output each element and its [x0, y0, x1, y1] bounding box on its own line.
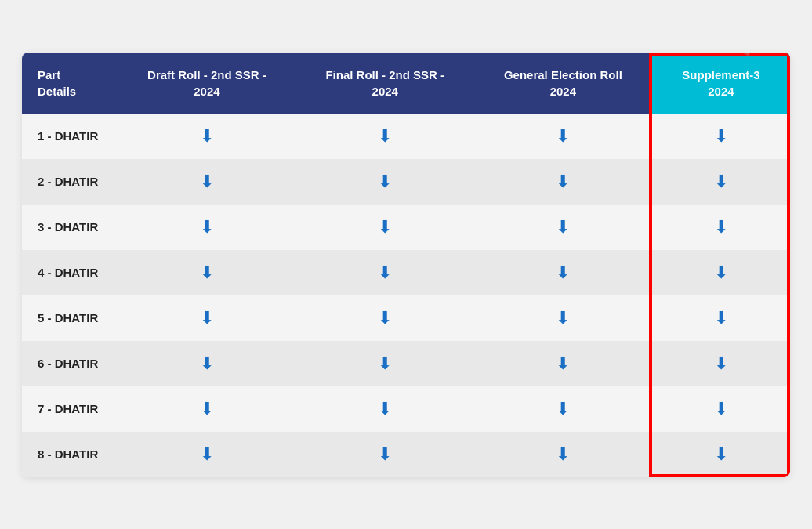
- download-icon-supplement[interactable]: ⬇: [714, 444, 728, 465]
- download-icon[interactable]: ⬇: [556, 172, 570, 192]
- cell-draft-roll[interactable]: ⬇: [118, 295, 295, 341]
- cell-general-election[interactable]: ⬇: [474, 159, 652, 205]
- download-icon-supplement[interactable]: ⬇: [714, 308, 728, 328]
- cell-part-details: 3 - DHATIR: [22, 205, 118, 250]
- download-icon[interactable]: ⬇: [556, 399, 570, 419]
- cell-supplement3[interactable]: ⬇: [652, 386, 790, 432]
- cell-draft-roll[interactable]: ⬇: [118, 386, 295, 432]
- cell-general-election[interactable]: ⬇: [474, 250, 652, 295]
- download-icon[interactable]: ⬇: [200, 353, 214, 374]
- table-row: 7 - DHATIR⬇⬇⬇⬇: [22, 386, 790, 432]
- download-icon[interactable]: ⬇: [200, 399, 214, 419]
- download-icon[interactable]: ⬇: [200, 444, 214, 465]
- download-icon[interactable]: ⬇: [378, 353, 392, 374]
- download-icon[interactable]: ⬇: [200, 308, 214, 328]
- download-icon[interactable]: ⬇: [378, 263, 392, 283]
- cell-draft-roll[interactable]: ⬇: [118, 159, 295, 205]
- cell-supplement3[interactable]: ⬇: [652, 159, 790, 205]
- table-row: 5 - DHATIR⬇⬇⬇⬇: [22, 295, 790, 341]
- download-icon[interactable]: ⬇: [556, 444, 570, 465]
- table-row: 3 - DHATIR⬇⬇⬇⬇: [22, 205, 790, 250]
- cell-general-election[interactable]: ⬇: [474, 205, 652, 250]
- cell-supplement3[interactable]: ⬇: [652, 432, 790, 477]
- cell-general-election[interactable]: ⬇: [474, 114, 652, 159]
- col-header-general-election: General Election Roll 2024: [474, 53, 652, 114]
- download-icon[interactable]: ⬇: [378, 217, 392, 237]
- col-header-part-details: Part Details: [22, 53, 118, 114]
- download-icon-supplement[interactable]: ⬇: [714, 172, 728, 192]
- download-icon-supplement[interactable]: ⬇: [714, 399, 728, 419]
- cell-part-details: 4 - DHATIR: [22, 250, 118, 295]
- download-icon[interactable]: ⬇: [556, 308, 570, 328]
- data-table: Part Details Draft Roll - 2nd SSR - 2024…: [22, 53, 790, 477]
- download-icon[interactable]: ⬇: [200, 172, 214, 192]
- table-row: 8 - DHATIR⬇⬇⬇⬇: [22, 432, 790, 477]
- download-icon-supplement[interactable]: ⬇: [714, 126, 728, 147]
- cell-part-details: 6 - DHATIR: [22, 341, 118, 386]
- cell-draft-roll[interactable]: ⬇: [118, 432, 295, 477]
- download-icon[interactable]: ⬇: [556, 353, 570, 374]
- download-icon[interactable]: ⬇: [378, 399, 392, 419]
- cell-supplement3[interactable]: ⬇: [652, 205, 790, 250]
- cell-final-roll[interactable]: ⬇: [296, 386, 474, 432]
- cell-draft-roll[interactable]: ⬇: [118, 341, 295, 386]
- table-row: 6 - DHATIR⬇⬇⬇⬇: [22, 341, 790, 386]
- cell-supplement3[interactable]: ⬇: [652, 114, 790, 159]
- download-icon[interactable]: ⬇: [378, 172, 392, 192]
- cell-draft-roll[interactable]: ⬇: [118, 114, 295, 159]
- cell-general-election[interactable]: ⬇: [474, 295, 652, 341]
- cell-final-roll[interactable]: ⬇: [296, 114, 474, 159]
- download-icon[interactable]: ⬇: [200, 126, 214, 147]
- arrow-annotation: [712, 53, 759, 60]
- cell-part-details: 7 - DHATIR: [22, 386, 118, 432]
- cell-supplement3[interactable]: ⬇: [652, 250, 790, 295]
- download-icon[interactable]: ⬇: [556, 263, 570, 283]
- col-header-final-roll: Final Roll - 2nd SSR - 2024: [296, 53, 474, 114]
- svg-marker-1: [739, 53, 751, 56]
- cell-part-details: 1 - DHATIR: [22, 114, 118, 159]
- download-icon[interactable]: ⬇: [378, 308, 392, 328]
- col-header-draft-roll: Draft Roll - 2nd SSR - 2024: [118, 53, 295, 114]
- download-icon[interactable]: ⬇: [378, 444, 392, 465]
- cell-supplement3[interactable]: ⬇: [652, 341, 790, 386]
- table-row: 1 - DHATIR⬇⬇⬇⬇: [22, 114, 790, 159]
- table-row: 4 - DHATIR⬇⬇⬇⬇: [22, 250, 790, 295]
- download-icon[interactable]: ⬇: [200, 263, 214, 283]
- cell-final-roll[interactable]: ⬇: [296, 341, 474, 386]
- cell-general-election[interactable]: ⬇: [474, 432, 652, 477]
- cell-final-roll[interactable]: ⬇: [296, 205, 474, 250]
- cell-part-details: 5 - DHATIR: [22, 295, 118, 341]
- cell-final-roll[interactable]: ⬇: [296, 432, 474, 477]
- cell-general-election[interactable]: ⬇: [474, 386, 652, 432]
- cell-draft-roll[interactable]: ⬇: [118, 205, 295, 250]
- cell-final-roll[interactable]: ⬇: [296, 250, 474, 295]
- cell-final-roll[interactable]: ⬇: [296, 295, 474, 341]
- col-header-supplement3: Supplement-3 2024: [652, 53, 790, 114]
- download-icon[interactable]: ⬇: [556, 217, 570, 237]
- download-icon-supplement[interactable]: ⬇: [714, 217, 728, 237]
- cell-general-election[interactable]: ⬇: [474, 341, 652, 386]
- download-icon[interactable]: ⬇: [378, 126, 392, 147]
- download-icon[interactable]: ⬇: [556, 126, 570, 147]
- cell-final-roll[interactable]: ⬇: [296, 159, 474, 205]
- download-icon-supplement[interactable]: ⬇: [714, 353, 728, 374]
- table-row: 2 - DHATIR⬇⬇⬇⬇: [22, 159, 790, 205]
- cell-part-details: 2 - DHATIR: [22, 159, 118, 205]
- cell-supplement3[interactable]: ⬇: [652, 295, 790, 341]
- download-icon-supplement[interactable]: ⬇: [714, 263, 728, 283]
- cell-draft-roll[interactable]: ⬇: [118, 250, 295, 295]
- cell-part-details: 8 - DHATIR: [22, 432, 118, 477]
- download-icon[interactable]: ⬇: [200, 217, 214, 237]
